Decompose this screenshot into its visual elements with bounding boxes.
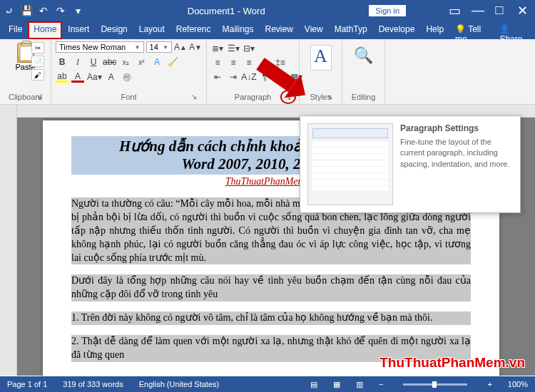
decrease-indent-icon[interactable]: ⇤ (211, 71, 224, 83)
increase-font-icon[interactable]: A▲ (174, 41, 187, 53)
strikethrough-button[interactable]: abc (103, 56, 116, 68)
text-effects-icon[interactable]: A (151, 56, 163, 68)
align-right-icon[interactable]: ≡ (243, 56, 255, 69)
increase-indent-icon[interactable]: ⇥ (227, 71, 240, 83)
enclose-char-icon[interactable]: ㊕ (121, 71, 133, 83)
status-wordcount[interactable]: 319 of 333 words (63, 380, 123, 388)
tooltip-title: Paragraph Settings (400, 123, 513, 133)
tab-review[interactable]: Review (259, 21, 298, 39)
align-center-icon[interactable]: ≡ (227, 56, 240, 69)
styles-launcher[interactable]: ↘ (327, 93, 335, 101)
tab-file[interactable]: File (3, 21, 28, 39)
multilevel-list-icon[interactable]: ⊟▾ (243, 42, 255, 55)
tab-mathtype[interactable]: MathTyp (329, 21, 373, 39)
tab-mailings[interactable]: Mailings (216, 21, 259, 39)
tab-layout[interactable]: Layout (133, 21, 170, 39)
tooltip-body: Fine-tune the layout of the current para… (400, 137, 513, 170)
font-launcher[interactable]: ↘ (191, 93, 200, 101)
qat-customize-icon[interactable]: ▾ (72, 5, 83, 16)
title-bar: ⤾ 💾 ↶ ↷ ▾ Document1 - Word Sign in ▭ — □… (0, 0, 535, 21)
numbering-icon[interactable]: ☰▾ (227, 42, 240, 55)
share-button[interactable]: 👤 Share (494, 21, 535, 39)
save-icon[interactable]: 💾 (21, 5, 32, 16)
clipboard-launcher[interactable]: ↘ (36, 93, 44, 101)
styles-gallery[interactable]: A (310, 45, 332, 71)
superscript-button[interactable]: x² (135, 56, 148, 68)
tab-insert[interactable]: Insert (62, 21, 95, 39)
watermark: ThuThuatPhanMem.vn (379, 355, 525, 371)
font-name-combo[interactable]: Times New Roman▼ (56, 41, 144, 53)
sort-icon[interactable]: A↓Z (243, 71, 255, 83)
clear-formatting-icon[interactable]: 🧹 (166, 56, 179, 68)
subscript-button[interactable]: x₂ (119, 56, 132, 68)
tell-me[interactable]: 💡 Tell me (449, 21, 494, 39)
tab-view[interactable]: View (299, 21, 329, 39)
bold-button[interactable]: B (56, 56, 68, 68)
view-web-layout-icon[interactable]: ▥ (356, 380, 363, 389)
undo-icon[interactable]: ↶ (38, 5, 49, 16)
tab-developer[interactable]: Develope (373, 21, 421, 39)
tab-references[interactable]: Referenc (170, 21, 217, 39)
status-page[interactable]: Page 1 of 1 (7, 380, 47, 388)
zoom-in-icon[interactable]: + (487, 380, 491, 388)
tab-design[interactable]: Design (95, 21, 133, 39)
status-language[interactable]: English (United States) (139, 380, 220, 388)
align-left-icon[interactable]: ≡ (211, 56, 224, 69)
vertical-ruler[interactable] (0, 105, 17, 376)
zoom-slider[interactable] (403, 383, 467, 386)
paragraph-3[interactable]: 1. Trên đời này không có người vô tâm, c… (71, 311, 471, 325)
format-painter-icon[interactable]: 🖌 (31, 69, 44, 81)
change-case-button[interactable]: Aa▾ (87, 71, 102, 83)
group-editing: 🔍 Editing (342, 39, 385, 104)
status-bar: Page 1 of 1 319 of 333 words English (Un… (0, 376, 535, 392)
italic-button[interactable]: I (71, 56, 84, 68)
tooltip-preview-icon (307, 123, 393, 205)
ribbon-display-icon[interactable]: ▭ (449, 3, 459, 19)
minimize-icon[interactable]: — (472, 3, 482, 19)
find-icon[interactable]: 🔍 (347, 41, 380, 65)
paragraph-settings-tooltip: Paragraph Settings Fine-tune the layout … (300, 115, 521, 213)
char-border-icon[interactable]: A (105, 71, 118, 83)
view-read-mode-icon[interactable]: ▦ (333, 380, 340, 389)
group-clipboard: Paste ✂ 📄 🖌 Clipboard↘ (0, 39, 51, 104)
redo-icon[interactable]: ↷ (55, 5, 66, 16)
font-size-combo[interactable]: 14▼ (146, 41, 172, 53)
tab-home[interactable]: Home (28, 21, 62, 39)
zoom-out-icon[interactable]: − (379, 380, 383, 388)
underline-button[interactable]: U (87, 56, 100, 68)
zoom-level[interactable]: 100% (508, 380, 528, 388)
sign-in-button[interactable]: Sign in (369, 5, 406, 16)
group-styles: A Styles↘ (300, 39, 342, 104)
group-font: Times New Roman▼ 14▼ A▲ A▼ B I U abc x₂ … (51, 39, 207, 104)
tab-help[interactable]: Help (420, 21, 449, 39)
maximize-icon[interactable]: □ (494, 3, 504, 19)
copy-icon[interactable]: 📄 (31, 56, 44, 67)
decrease-font-icon[interactable]: A▼ (189, 41, 202, 53)
bullets-icon[interactable]: ≣▾ (211, 42, 224, 55)
font-color-button[interactable]: A (71, 71, 84, 83)
highlight-color-button[interactable]: ab (56, 71, 68, 83)
ribbon-tabs: File Home Insert Design Layout Referenc … (0, 21, 535, 39)
window-title: Document1 - Word (83, 6, 369, 16)
paragraph-2[interactable]: Dưới đây là tổng hợp những câu nói hay v… (71, 274, 471, 301)
close-icon[interactable]: ✕ (517, 3, 527, 19)
cut-icon[interactable]: ✂ (31, 42, 44, 53)
autosave-icon[interactable]: ⤾ (4, 5, 15, 16)
view-print-layout-icon[interactable]: ▤ (310, 380, 317, 389)
